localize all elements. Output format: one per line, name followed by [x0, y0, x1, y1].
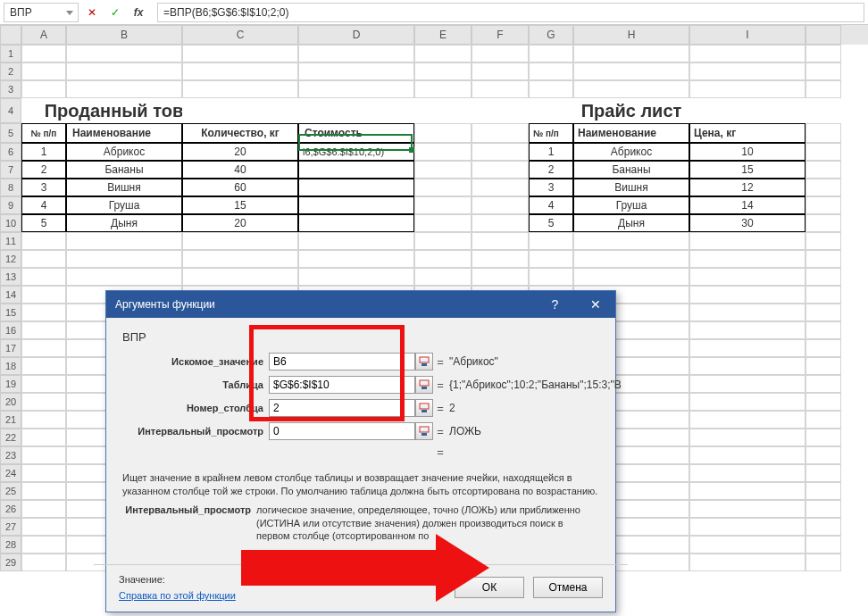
arg-input-col[interactable] [269, 399, 415, 417]
cell[interactable] [66, 62, 182, 80]
cell[interactable] [298, 98, 414, 123]
cell[interactable] [414, 268, 472, 286]
row-header[interactable]: 29 [0, 554, 21, 571]
cell[interactable] [21, 45, 66, 62]
cell[interactable] [66, 45, 182, 62]
row-header[interactable]: 5 [0, 123, 21, 143]
cancel-icon[interactable]: ✕ [82, 3, 102, 22]
cell[interactable]: 12 [689, 179, 805, 196]
cell[interactable]: Бананы [573, 161, 689, 179]
row-header[interactable]: 7 [0, 161, 21, 179]
cell[interactable] [689, 393, 805, 411]
cell[interactable] [689, 554, 805, 571]
cell[interactable] [689, 286, 805, 304]
cell[interactable] [298, 161, 414, 179]
cell[interactable] [182, 45, 298, 62]
dialog-titlebar[interactable]: Аргументы функции ? ✕ [106, 291, 615, 318]
cell[interactable] [573, 250, 689, 268]
cell[interactable] [573, 62, 689, 80]
cell[interactable] [805, 464, 841, 482]
cell[interactable] [414, 143, 472, 161]
cell[interactable] [805, 429, 841, 446]
cell[interactable] [21, 375, 66, 393]
cell[interactable] [689, 98, 805, 123]
cell[interactable] [805, 304, 841, 321]
cell[interactable]: 10 [689, 143, 805, 161]
cancel-button[interactable]: Отмена [533, 577, 603, 598]
cell[interactable] [689, 446, 805, 464]
cell[interactable] [182, 98, 298, 123]
help-link[interactable]: Справка по этой функции [119, 590, 236, 601]
cell[interactable]: Груша [573, 196, 689, 214]
accept-icon[interactable]: ✓ [105, 3, 125, 22]
cell[interactable]: 1 [529, 143, 573, 161]
cell[interactable] [298, 268, 414, 286]
cell[interactable]: Проданный товар [66, 98, 182, 123]
cell[interactable]: 15 [182, 196, 298, 214]
cell[interactable] [414, 214, 472, 232]
cell[interactable] [21, 411, 66, 429]
cell[interactable] [182, 268, 298, 286]
cell[interactable] [805, 411, 841, 429]
cell[interactable] [66, 268, 182, 286]
cell[interactable] [689, 250, 805, 268]
cell[interactable] [689, 304, 805, 321]
row-header[interactable]: 8 [0, 179, 21, 196]
cell[interactable] [472, 62, 529, 80]
cell[interactable] [805, 161, 841, 179]
cell[interactable] [472, 268, 529, 286]
row-header[interactable]: 6 [0, 143, 21, 161]
cell[interactable] [805, 214, 841, 232]
cell[interactable] [689, 411, 805, 429]
arg-input-lookup[interactable] [269, 353, 415, 370]
cell[interactable] [805, 339, 841, 357]
col-header[interactable]: A [21, 25, 66, 45]
cell[interactable] [805, 268, 841, 286]
row-header[interactable]: 19 [0, 375, 21, 393]
cell[interactable] [529, 98, 573, 123]
cell[interactable] [298, 62, 414, 80]
cell[interactable] [298, 250, 414, 268]
cell[interactable] [21, 321, 66, 339]
cell[interactable] [472, 179, 529, 196]
cell[interactable] [689, 80, 805, 98]
row-header[interactable]: 10 [0, 214, 21, 232]
cell[interactable] [21, 268, 66, 286]
col-header[interactable]: D [298, 25, 414, 45]
cell[interactable]: Количество, кг [182, 123, 298, 143]
cell[interactable] [805, 123, 841, 143]
ref-picker-icon[interactable] [415, 353, 433, 370]
cell[interactable] [529, 232, 573, 250]
cell[interactable]: Бананы [66, 161, 182, 179]
row-header[interactable]: 22 [0, 429, 21, 446]
cell[interactable] [529, 250, 573, 268]
name-box[interactable]: ВПР [4, 3, 79, 22]
arg-input-range[interactable] [269, 422, 415, 440]
cell[interactable] [573, 268, 689, 286]
cell[interactable] [21, 232, 66, 250]
row-header[interactable]: 9 [0, 196, 21, 214]
cell[interactable] [689, 500, 805, 518]
cell[interactable] [689, 536, 805, 554]
cell[interactable] [472, 250, 529, 268]
cell[interactable] [298, 232, 414, 250]
cell[interactable] [182, 80, 298, 98]
col-header[interactable]: E [414, 25, 472, 45]
select-all-corner[interactable] [0, 25, 21, 45]
cell[interactable]: Абрикос [66, 143, 182, 161]
cell[interactable]: 4 [21, 196, 66, 214]
col-header[interactable] [805, 25, 841, 45]
cell[interactable] [529, 45, 573, 62]
cell[interactable] [573, 45, 689, 62]
row-header[interactable]: 17 [0, 339, 21, 357]
cell[interactable] [689, 482, 805, 500]
cell[interactable] [805, 321, 841, 339]
cell[interactable] [472, 123, 529, 143]
cell[interactable] [805, 232, 841, 250]
cell[interactable] [689, 339, 805, 357]
cell[interactable] [472, 214, 529, 232]
cell[interactable] [182, 250, 298, 268]
col-header[interactable]: I [689, 25, 805, 45]
cell[interactable] [805, 446, 841, 464]
row-header[interactable]: 12 [0, 250, 21, 268]
